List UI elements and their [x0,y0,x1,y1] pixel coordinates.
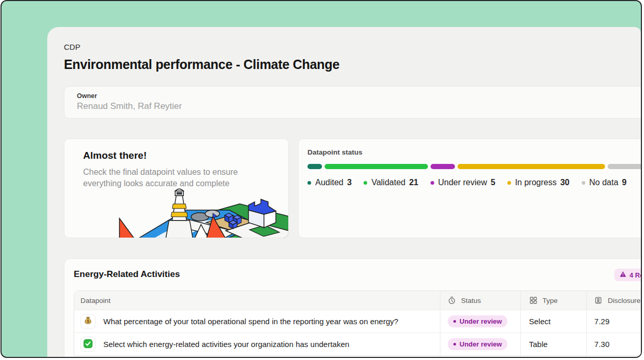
app-window: CDP Environmental performance - Climate … [1,0,642,358]
check-square-icon [83,339,93,350]
status-badge: Under review [448,338,508,350]
legend-label: Validated [371,178,406,187]
owner-field[interactable]: Owner Renaud Smith, Raf Reytier [64,86,642,119]
legend-value: 30 [560,178,570,187]
column-header-label: Disclosure ID [608,297,642,304]
owner-value: Renaud Smith, Raf Reytier [77,101,642,112]
page-title: Environmental performance - Climate Chan… [64,57,642,72]
harbor-lighthouse-illustration [118,188,289,238]
money-bag-icon: $ [83,316,93,327]
datapoint-cell: Select which energy-related activities y… [74,333,440,355]
owner-label: Owner [77,92,642,100]
warning-badge-label: 4 Required [629,271,642,279]
datapoint-question: What percentage of your total operationa… [103,317,398,326]
status-bar-segment-under-review [431,164,455,169]
status-bar-segment-audited [307,164,322,169]
warning-triangle-icon [620,271,626,279]
datapoint-icon-box: $ [81,314,96,329]
datapoint-status-card: Datapoint status Audited3Validated21Unde… [298,139,642,238]
datapoints-table: DatapointStatusTypeDisclosure ID $What p… [74,290,642,356]
table-body: $What percentage of your total operation… [74,310,642,355]
column-header-status[interactable]: Status [440,291,520,310]
legend-value: 9 [622,178,627,187]
legend-dot-icon [507,181,511,185]
legend-label: Under review [438,178,487,187]
grid-icon [529,296,538,304]
status-progress-bar [307,164,642,169]
datapoint-cell: $What percentage of your total operation… [74,310,440,333]
almost-there-card: Almost there! Check the final datapoint … [64,139,289,238]
almost-there-description: Check the final datapoint values to ensu… [83,167,239,189]
status-dot-icon [453,320,456,323]
summary-cards-row: Almost there! Check the final datapoint … [64,139,642,238]
breadcrumb-app-label: CDP [64,43,642,51]
legend-value: 3 [347,178,352,187]
legend-value: 5 [491,178,495,187]
disclosure-id-cell: 7.29 [586,310,642,333]
id-card-icon [594,296,602,304]
legend-item-under-review: Under review5 [431,178,495,187]
legend-dot-icon [364,181,367,185]
disclosure-id-cell: 7.30 [586,333,642,355]
status-bar-segment-validated [325,164,428,169]
status-badge: Under review [448,315,508,327]
legend-item-audited: Audited3 [307,178,352,187]
column-header-datapoint[interactable]: Datapoint [74,291,440,310]
datapoint-icon-box [81,337,96,352]
table-row[interactable]: $What percentage of your total operation… [74,310,642,333]
timer-icon [448,296,456,304]
datapoint-question: Select which energy-related activities y… [103,340,350,349]
status-cell: Under review [440,310,520,333]
legend-dot-icon [431,181,434,185]
status-bar-segment-in-progress [458,164,605,169]
status-legend: Audited3Validated21Under review5In progr… [307,178,642,187]
column-header-label: Datapoint [81,297,111,304]
legend-dot-icon [307,181,311,185]
legend-item-no-data: No data9 [582,178,627,187]
legend-value: 21 [409,178,419,187]
section-title: Energy-Related Activities [74,269,642,280]
column-header-disclosure-id[interactable]: Disclosure ID [586,291,642,310]
column-header-label: Type [543,297,558,304]
legend-dot-icon [582,181,585,185]
legend-label: Audited [315,178,343,187]
legend-item-validated: Validated21 [364,178,418,187]
status-cell: Under review [440,333,520,355]
type-cell: Select [520,310,587,333]
type-cell: Table [520,333,587,355]
page-content: CDP Environmental performance - Climate … [47,27,642,358]
main-panel: CDP Environmental performance - Climate … [47,27,641,358]
almost-there-title: Almost there! [83,150,276,161]
column-header-label: Status [461,297,481,304]
column-header-type[interactable]: Type [520,291,587,310]
datapoint-status-title: Datapoint status [307,148,642,156]
legend-item-in-progress: In progress30 [507,178,570,187]
table-row[interactable]: Select which energy-related activities y… [74,333,642,355]
legend-label: In progress [515,178,557,187]
status-dot-icon [453,343,456,345]
legend-label: No data [589,178,619,187]
status-bar-segment-no-data [608,164,642,169]
table-header-row: DatapointStatusTypeDisclosure ID [74,291,642,310]
energy-activities-section: Energy-Related Activities 4 Required Dat… [64,258,642,358]
required-warning-badge[interactable]: 4 Required [614,269,642,281]
